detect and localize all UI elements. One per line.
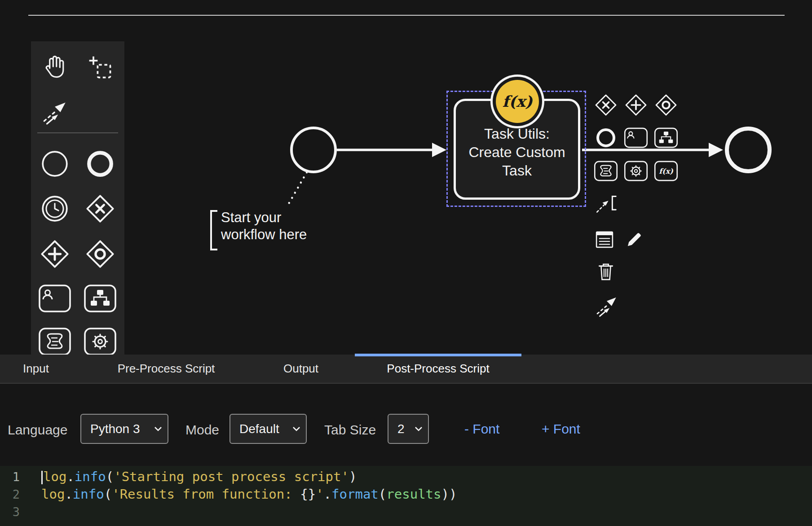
language-select[interactable]: Python 3: [80, 414, 168, 444]
annotation-bracket: [210, 210, 217, 250]
line-number: 2: [0, 486, 36, 503]
ctx-script-task-icon[interactable]: [593, 160, 618, 182]
node-selection-outline: Task Utils: Create Custom Task f(x): [446, 91, 586, 207]
ctx-user-task-icon[interactable]: [623, 127, 649, 149]
line-number: 3: [0, 503, 36, 521]
script-task-icon[interactable]: [38, 327, 72, 355]
tab-size-select[interactable]: 2: [388, 414, 429, 444]
tab-post-process-script[interactable]: Post-Process Script: [355, 355, 521, 383]
code-lines: 1log.info('Starting post process script'…: [0, 468, 812, 521]
code-text: log.info('Results from function: {}'.for…: [41, 486, 457, 503]
gateway-exclusive-icon[interactable]: [85, 193, 115, 224]
annotation-start-here[interactable]: Start your workflow here: [221, 209, 320, 243]
chevron-down-icon: [415, 425, 423, 433]
mode-select[interactable]: Default: [229, 414, 307, 444]
user-task-icon[interactable]: [38, 284, 72, 313]
start-event-node[interactable]: [290, 127, 337, 173]
function-badge-icon: f(x): [496, 80, 539, 123]
marquee-select-icon[interactable]: [87, 54, 114, 81]
chevron-down-icon: [292, 425, 300, 433]
ctx-service-task-icon[interactable]: [623, 160, 649, 182]
line-number: 1: [0, 468, 36, 486]
tab-pre-process-script[interactable]: Pre-Process Script: [72, 355, 260, 383]
node-context-toolbar: [592, 90, 686, 341]
ctx-delete-trash-icon[interactable]: [594, 260, 618, 283]
script-tabs: Input Pre-Process Script Output Post-Pro…: [0, 355, 812, 384]
tab-size-label: Tab Size: [324, 422, 376, 438]
annotation-dotted-link: [288, 172, 307, 205]
tab-output[interactable]: Output: [260, 355, 341, 383]
gateway-parallel-icon[interactable]: [40, 239, 70, 269]
ctx-edit-pencil-icon[interactable]: [625, 229, 644, 249]
code-editor[interactable]: 1log.info('Starting post process script'…: [0, 466, 812, 526]
code-line[interactable]: 3: [0, 503, 812, 521]
workflow-canvas[interactable]: Start your workflow here Task Utils: Cre…: [0, 0, 812, 355]
arrowhead-start-to-task: [432, 143, 446, 157]
ctx-connect-annotation-icon[interactable]: [595, 192, 620, 217]
timer-event-icon[interactable]: [40, 194, 70, 224]
gateway-inclusive-icon[interactable]: [85, 239, 115, 269]
function-badge-text: f(x): [502, 92, 532, 110]
pan-hand-icon[interactable]: [41, 54, 68, 81]
sub-process-task-icon[interactable]: [83, 284, 117, 313]
end-event-node[interactable]: [725, 127, 772, 173]
code-text: log.info('Starting post process script'): [41, 468, 357, 486]
text-cursor: [41, 471, 43, 484]
language-label: Language: [8, 422, 67, 438]
arrowhead-task-to-end: [709, 143, 723, 157]
ctx-gateway-parallel-icon[interactable]: [624, 93, 648, 117]
palette-divider: [37, 132, 118, 133]
ctx-view-details-icon[interactable]: [593, 228, 616, 251]
service-task-icon[interactable]: [83, 327, 117, 355]
tab-size-select-value: 2: [397, 422, 405, 436]
mode-select-value: Default: [239, 422, 279, 436]
start-event-icon[interactable]: [40, 149, 70, 179]
end-event-icon[interactable]: [85, 149, 115, 179]
ctx-gateway-exclusive-icon[interactable]: [594, 93, 618, 117]
ctx-gateway-inclusive-icon[interactable]: [654, 93, 678, 117]
tool-palette: [31, 41, 124, 355]
mode-label: Mode: [185, 422, 219, 438]
task-node-label: Task Utils: Create Custom Task: [463, 118, 571, 180]
increase-font-button[interactable]: + Font: [542, 421, 580, 437]
tab-input[interactable]: Input: [0, 355, 72, 383]
chevron-down-icon: [154, 425, 162, 433]
top-divider: [28, 15, 785, 16]
code-line[interactable]: 2log.info('Results from function: {}'.fo…: [0, 486, 812, 503]
ctx-connector-tool-icon[interactable]: [593, 292, 619, 318]
ctx-end-event-icon[interactable]: [595, 127, 617, 149]
ctx-sub-process-task-icon[interactable]: [653, 127, 679, 149]
decrease-font-button[interactable]: - Font: [464, 421, 499, 437]
editor-controls: Language Python 3 Mode Default Tab Size …: [0, 384, 812, 466]
ctx-function-task-icon[interactable]: [653, 160, 679, 182]
connector-tool-icon[interactable]: [40, 96, 69, 126]
language-select-value: Python 3: [90, 422, 140, 436]
code-line[interactable]: 1log.info('Starting post process script'…: [0, 468, 812, 486]
